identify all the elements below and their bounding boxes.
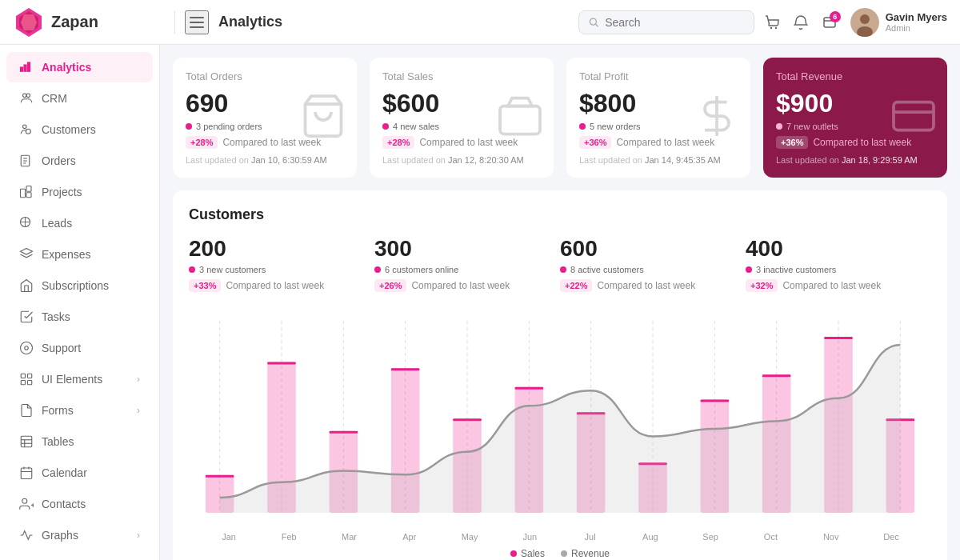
stat-bg-icon-2 <box>693 92 741 143</box>
svg-point-6 <box>590 18 596 25</box>
svg-marker-2 <box>21 14 37 30</box>
alert-button[interactable] <box>793 14 809 30</box>
sidebar-label-tasks: Tasks <box>42 310 140 323</box>
stat-title-0: Total Orders <box>186 70 344 82</box>
sidebar-item-subscriptions[interactable]: Subscriptions <box>6 270 153 301</box>
svg-rect-52 <box>894 102 934 130</box>
user-area[interactable]: Gavin Myers Admin <box>850 8 947 37</box>
sidebar-item-ui-elements[interactable]: UI Elements › <box>6 364 153 394</box>
svg-point-31 <box>25 346 29 350</box>
orders-icon <box>19 154 34 168</box>
svg-rect-73 <box>391 368 420 370</box>
sidebar-item-graphs[interactable]: Graphs › <box>6 520 153 550</box>
support-icon <box>19 341 34 355</box>
cust-alert-dot-1 <box>374 266 381 273</box>
top-header: Zapan Analytics 6 Gavin Myers Admin <box>0 0 960 45</box>
stat-card-1: Total Sales $600 4 new sales +28% Compar… <box>370 58 554 178</box>
cust-change-text-0: Compared to last week <box>226 280 324 291</box>
svg-point-9 <box>774 26 776 28</box>
sidebar-label-calendar: Calendar <box>42 466 140 479</box>
sidebar-item-projects[interactable]: Projects <box>6 177 153 207</box>
sidebar-label-leads: Leads <box>42 217 140 230</box>
avatar <box>850 8 879 37</box>
alert-dot-1 <box>382 123 389 130</box>
cart-button[interactable] <box>764 14 780 30</box>
svg-rect-17 <box>28 62 30 71</box>
legend-revenue: Revenue <box>561 548 610 559</box>
sidebar-item-tasks[interactable]: Tasks <box>6 302 153 332</box>
cust-stat-3: 400 3 inactive customers +32% Compared t… <box>746 236 931 305</box>
sidebar-item-calendar[interactable]: Calendar <box>6 458 153 488</box>
sidebar-item-expenses[interactable]: Expenses <box>6 239 153 270</box>
sidebar-item-support[interactable]: Support <box>6 333 153 363</box>
chart-area <box>189 321 931 529</box>
stat-title-1: Total Sales <box>382 70 541 82</box>
crm-icon <box>19 91 34 106</box>
svg-point-20 <box>23 125 27 129</box>
chart-x-label: Jun <box>506 532 554 542</box>
cust-badge-1: +26% <box>374 279 406 292</box>
cust-change-text-3: Compared to last week <box>782 280 881 291</box>
customers-section: Customers 200 3 new customers +33% Compa… <box>173 190 947 560</box>
customer-stats: 200 3 new customers +33% Compared to las… <box>189 236 931 305</box>
cust-value-0: 200 <box>189 236 358 262</box>
cust-change-0: +33% Compared to last week <box>189 279 358 292</box>
cust-badge-2: +22% <box>560 279 592 292</box>
logo-icon <box>13 6 45 38</box>
sidebar-label-contacts: Contacts <box>42 498 140 510</box>
graphs-icon <box>19 528 34 542</box>
chart-x-label: Jul <box>566 532 614 542</box>
svg-rect-85 <box>762 374 791 377</box>
svg-point-30 <box>21 342 33 354</box>
svg-rect-32 <box>21 374 25 378</box>
chart-x-labels: JanFebMarAprMayJunJulAugSepOctNovDec <box>189 532 931 542</box>
cust-stat-2: 600 8 active customers +22% Compared to … <box>560 236 746 305</box>
sidebar-item-customers[interactable]: Customers <box>6 114 153 145</box>
cust-change-2: +22% Compared to last week <box>560 279 730 292</box>
cust-alert-1: 6 customers online <box>374 265 544 274</box>
sidebar-item-analytics[interactable]: Analytics <box>6 52 153 82</box>
hamburger-button[interactable] <box>185 10 209 34</box>
chart-x-label: May <box>446 532 494 542</box>
change-badge-3: +36% <box>776 136 808 149</box>
chart-legend: SalesRevenue <box>189 548 931 559</box>
chart-svg <box>189 321 931 529</box>
cust-alert-2: 8 active customers <box>560 265 730 274</box>
user-info: Gavin Myers Admin <box>886 11 947 34</box>
cust-change-text-1: Compared to last week <box>411 280 510 291</box>
notifications-button[interactable]: 6 <box>822 14 838 30</box>
cust-alert-dot-0 <box>189 266 195 273</box>
cust-change-1: +26% Compared to last week <box>374 279 544 292</box>
notification-badge: 6 <box>830 11 841 22</box>
forms-icon <box>19 403 34 418</box>
cust-alert-3: 3 inactive customers <box>746 265 915 274</box>
sidebar-item-orders[interactable]: Orders <box>6 146 153 176</box>
cust-change-3: +32% Compared to last week <box>746 279 915 292</box>
chart-x-label: Aug <box>626 532 674 542</box>
sidebar-item-invoices[interactable]: Invoices › <box>6 551 153 560</box>
legend-dot <box>561 550 567 557</box>
sidebar-item-forms[interactable]: Forms › <box>6 395 153 426</box>
legend-sales: Sales <box>510 548 545 559</box>
stat-card-0: Total Orders 690 3 pending orders +28% C… <box>173 58 357 178</box>
svg-rect-27 <box>26 186 31 192</box>
search-bar[interactable] <box>578 10 754 34</box>
sidebar-label-crm: CRM <box>42 92 140 105</box>
stat-card-3: Total Revenue $900 7 new outlets +36% Co… <box>763 58 947 178</box>
svg-rect-16 <box>24 65 26 71</box>
search-input[interactable] <box>605 16 743 29</box>
user-role: Admin <box>886 23 947 33</box>
sidebar-item-leads[interactable]: Leads <box>6 208 153 238</box>
chart-x-label: Apr <box>386 532 434 542</box>
svg-rect-33 <box>28 374 32 378</box>
sidebar-item-tables[interactable]: Tables <box>6 426 153 457</box>
leads-icon <box>19 216 34 230</box>
sidebar-item-contacts[interactable]: Contacts <box>6 489 153 519</box>
cust-value-3: 400 <box>746 236 915 262</box>
svg-rect-67 <box>206 475 234 478</box>
sidebar-item-crm[interactable]: CRM <box>6 83 153 114</box>
stat-bg-icon-1 <box>496 92 544 143</box>
svg-rect-26 <box>21 189 26 198</box>
svg-point-19 <box>26 94 30 98</box>
chart-x-label: Oct <box>746 532 794 542</box>
